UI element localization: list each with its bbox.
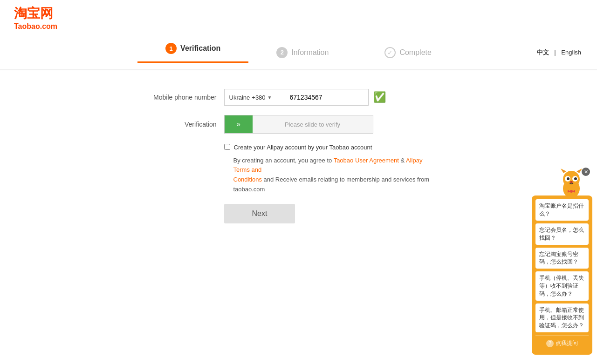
- lang-english[interactable]: English: [561, 49, 581, 56]
- help-item-1[interactable]: 淘宝账户名是指什么？: [535, 199, 589, 221]
- alipay-checkbox-label: Create your Alipay account by your Taoba…: [234, 143, 372, 152]
- slider-arrows-icon: »: [236, 120, 240, 128]
- help-item-2[interactable]: 忘记会员名，怎么找回？: [535, 223, 589, 242]
- lang-separator: |: [554, 49, 556, 56]
- next-button[interactable]: Next: [224, 204, 295, 223]
- step-label-verification: Verification: [180, 44, 220, 53]
- help-widget: ✕ 淘宝账户名是指什么？ 忘记会员名，怎么找回？ 忘记淘宝账号密码，怎么找回？ …: [532, 168, 588, 242]
- agreement-prefix: By creating an account, you agree to: [233, 157, 334, 164]
- agreement-ampersand: &: [399, 157, 406, 164]
- checkbox-area: Create your Alipay account by your Taoba…: [224, 143, 448, 195]
- steps-container: 1 Verification 2 Information ✓ Complete: [0, 35, 597, 69]
- phone-input-group: Ukraine +380 ▼ ✅: [224, 89, 386, 106]
- main-content: Mobile phone number Ukraine +380 ▼ ✅ Ver…: [0, 70, 597, 242]
- form-area: Mobile phone number Ukraine +380 ▼ ✅ Ver…: [150, 89, 448, 223]
- step-circle-1: 1: [165, 43, 177, 54]
- slider-text: Please slide to verify: [253, 121, 373, 128]
- phone-label: Mobile phone number: [150, 94, 224, 101]
- logo-top: 淘宝网: [14, 5, 583, 22]
- step-circle-2: 2: [276, 47, 288, 58]
- dropdown-arrow-icon: ▼: [268, 95, 272, 100]
- phone-valid-icon: ✅: [373, 91, 386, 103]
- verification-row: Verification » Please slide to verify: [150, 115, 448, 134]
- svg-point-9: [574, 177, 577, 180]
- mascot-container: ✕: [532, 168, 588, 200]
- country-select[interactable]: Ukraine +380 ▼: [224, 89, 285, 106]
- country-name: Ukraine: [229, 94, 250, 101]
- slider-handle[interactable]: »: [225, 115, 253, 133]
- step-label-complete: Complete: [399, 48, 431, 57]
- step-information[interactable]: 2 Information: [248, 47, 357, 58]
- country-code: +380: [252, 94, 265, 101]
- logo-bottom: Taobao.com: [14, 22, 583, 31]
- phone-row: Mobile phone number Ukraine +380 ▼ ✅: [150, 89, 448, 106]
- agreement-suffix: and Receive emails relating to membershi…: [233, 176, 430, 193]
- step-complete[interactable]: ✓ Complete: [357, 47, 459, 58]
- header: 淘宝网 Taobao.com: [0, 0, 597, 35]
- step-check-icon: ✓: [384, 47, 396, 58]
- lang-chinese[interactable]: 中文: [537, 49, 549, 56]
- alipay-checkbox-row: Create your Alipay account by your Taoba…: [224, 143, 448, 152]
- verification-label: Verification: [150, 121, 224, 128]
- agreement-text: By creating an account, you agree to Tao…: [233, 156, 439, 195]
- next-btn-row: Next: [224, 204, 448, 223]
- steps-nav: 1 Verification 2 Information ✓ Complete …: [0, 35, 597, 70]
- step-label-information: Information: [291, 48, 329, 57]
- step-verification[interactable]: 1 Verification: [137, 43, 248, 63]
- taobao-agreement-link[interactable]: Taobao User Agreement: [334, 157, 399, 164]
- svg-point-13: [570, 190, 573, 193]
- lang-switcher: 中文 | English: [535, 48, 583, 57]
- svg-point-10: [570, 181, 573, 183]
- phone-number-input[interactable]: [285, 89, 369, 106]
- alipay-checkbox[interactable]: [224, 144, 230, 150]
- svg-point-8: [567, 177, 570, 180]
- verification-slider[interactable]: » Please slide to verify: [224, 115, 373, 134]
- help-panel: 淘宝账户名是指什么？ 忘记会员名，怎么找回？ 忘记淘宝账号密码，怎么找回？ 手机…: [532, 195, 592, 242]
